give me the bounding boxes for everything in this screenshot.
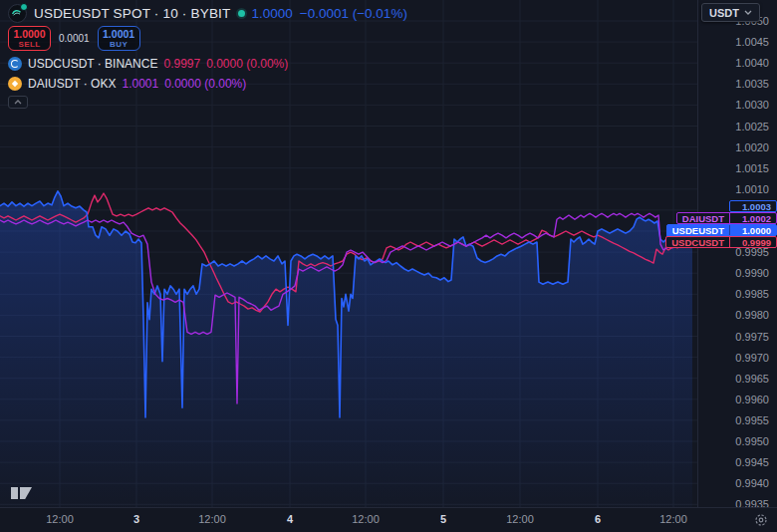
compare-values: 1.00010.0000 (0.00%) [122,77,246,91]
price-axis-label: 0.9960 [735,394,769,405]
chart-legend: USDEUSDT SPOT · 10 · BYBIT 1.0000−0.0001… [8,4,407,109]
price-axis-label: 1.0015 [735,162,769,174]
last-price-line: 1.0000−0.0001 (−0.01%) [252,6,407,21]
currency-label: USDT [709,7,739,19]
time-axis-label: 5 [440,513,446,525]
price-axis-label: 1.0045 [735,36,769,48]
tradingview-logo[interactable] [10,486,33,504]
legend-collapse-button[interactable] [8,96,28,109]
price-axis-label: 1.0035 [735,78,769,90]
spread-value: 0.0001 [59,33,90,44]
time-axis-label: 12:00 [506,513,534,525]
price-axis-label: 1.0025 [735,121,769,133]
price-axis[interactable]: 1.00501.00451.00401.00351.00301.00251.00… [697,0,777,508]
price-axis-label: 0.9945 [735,456,769,468]
time-axis[interactable]: 12:00312:00412:00512:00612:00 [0,507,777,532]
price-axis-label: 0.9970 [735,352,769,364]
price-axis-label: 1.0040 [735,57,769,69]
time-axis-label: 12:00 [659,513,687,525]
price-axis-currency-button[interactable]: USDT [701,3,760,22]
price-axis-label: 0.9950 [735,435,769,447]
sell-button[interactable]: 1.0000 SELL [8,26,51,51]
chevron-up-icon [14,100,22,105]
compare-row-daiusdt[interactable]: DAIUSDT · OKX 1.00010.0000 (0.00%) [8,76,407,91]
time-axis-label: 12:00 [352,513,380,525]
symbol-title[interactable]: USDEUSDT SPOT · 10 · BYBIT [34,6,231,21]
price-axis-label: 1.0010 [735,183,769,195]
compare-symbol-name: USDCUSDT · BINANCE [28,57,157,71]
price-axis-label: 1.0020 [735,141,769,153]
price-axis-label: 0.9985 [735,288,769,300]
compare-values: 0.99970.0000 (0.00%) [163,57,288,71]
buy-price: 1.0001 [103,28,134,40]
price-axis-label: 1.0030 [735,99,769,111]
dai-coin-icon [8,77,22,91]
compare-row-usdcusdt[interactable]: USDCUSDT · BINANCE 0.99970.0000 (0.00%) [8,56,407,71]
buy-label: BUY [110,40,128,49]
market-status-dot[interactable] [238,10,245,17]
buy-button[interactable]: 1.0001 BUY [98,26,140,51]
settings-gear-icon[interactable] [753,512,769,528]
price-axis-label: 0.9995 [735,246,769,258]
price-axis-label: 0.9955 [735,414,769,426]
time-axis-label: 4 [287,513,293,525]
price-axis-label: 0.9980 [735,309,769,321]
price-axis-label: 0.9940 [735,477,769,489]
price-axis-label: 0.9965 [735,373,769,385]
compare-symbol-name: DAIUSDT · OKX [28,77,116,91]
sell-label: SELL [18,40,40,49]
chart-window: 1.00501.00451.00401.00351.00301.00251.00… [0,0,777,532]
time-axis-label: 6 [595,513,601,525]
time-axis-label: 3 [133,513,139,525]
price-axis-label: 0.9990 [735,267,769,279]
sell-price: 1.0000 [13,28,45,40]
price-axis-label: 0.9975 [735,331,769,343]
price-change: −0.0001 (−0.01%) [300,6,407,21]
usde-coin-icon [8,4,27,23]
time-axis-label: 12:00 [198,513,226,525]
time-axis-label: 12:00 [46,513,74,525]
usdc-coin-icon [8,57,22,71]
last-price: 1.0000 [252,6,293,21]
chevron-down-icon [744,10,752,15]
